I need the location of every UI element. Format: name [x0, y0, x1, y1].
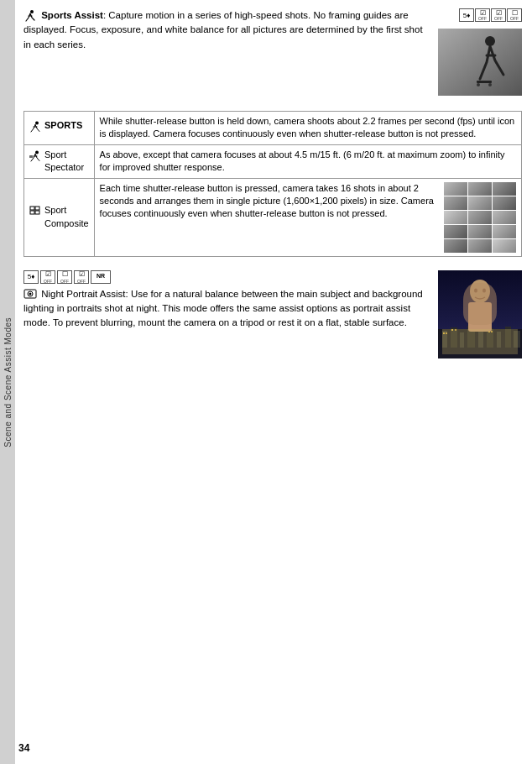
sports-top-icons: 5♦ ☑ OFF ☑ OFF ☐ OFF	[459, 8, 522, 22]
svg-rect-35	[491, 331, 493, 332]
svg-point-7	[35, 121, 39, 124]
sports-assist-bold: Sports Assist	[41, 10, 103, 20]
svg-point-8	[35, 150, 39, 154]
svg-rect-27	[514, 331, 520, 348]
svg-rect-17	[438, 270, 522, 358]
grid-cell-15	[493, 239, 516, 253]
svg-rect-31	[455, 329, 456, 331]
svg-rect-13	[35, 211, 39, 214]
svg-point-5	[477, 83, 480, 86]
night-icon-box-5: NR	[91, 270, 111, 284]
sports-label-text: SPORTS	[44, 119, 82, 132]
svg-rect-11	[35, 207, 39, 210]
spectator-row-icon	[29, 150, 41, 167]
spectator-label-cell: SportSpectator	[24, 144, 95, 178]
sports-assist-text: Sports Assist: Capture motion in a serie…	[23, 8, 431, 52]
svg-rect-26	[505, 327, 511, 348]
composite-text-area: Each time shutter-release button is pres…	[100, 182, 439, 221]
svg-point-38	[474, 288, 477, 292]
svg-rect-30	[451, 329, 453, 331]
composite-image-grid	[444, 182, 516, 253]
grid-cell-10	[444, 225, 467, 238]
icon-box-2: ☑ OFF	[475, 8, 490, 22]
svg-rect-25	[497, 332, 501, 348]
grid-cell-6	[493, 196, 516, 210]
sports-table: SPORTS While shutter-release button is h…	[23, 111, 522, 257]
svg-rect-12	[30, 211, 34, 214]
night-portrait-title-line: Night Portrait Assist: Use for a natural…	[23, 289, 423, 328]
grid-cell-13	[444, 239, 467, 253]
sports-description-cell: While shutter-release button is held dow…	[94, 112, 521, 145]
night-portrait-text: 5♦ ☑ OFF ☐ OFF ☑ OFF NR	[23, 270, 431, 331]
svg-rect-23	[478, 330, 483, 348]
svg-rect-22	[467, 326, 475, 348]
spectator-label-text: SportSpectator	[44, 149, 84, 175]
side-tab: Scene and Scene Assist Modes	[0, 0, 15, 764]
sports-assist-icon	[23, 9, 37, 23]
svg-rect-18	[438, 329, 522, 358]
grid-cell-14	[468, 239, 492, 253]
svg-rect-28	[443, 332, 445, 334]
night-portrait-section: 5♦ ☑ OFF ☐ OFF ☑ OFF NR	[23, 270, 522, 358]
composite-label-cell: SportComposite	[24, 178, 95, 256]
svg-rect-29	[446, 332, 447, 334]
icon-box-1: 5♦	[459, 8, 474, 22]
grid-cell-3	[493, 182, 516, 196]
sports-label-cell: SPORTS	[24, 112, 95, 145]
main-content: Sports Assist: Capture motion in a serie…	[15, 0, 532, 764]
svg-rect-9	[29, 155, 33, 158]
svg-rect-34	[488, 331, 490, 332]
sports-label-inner: SPORTS	[29, 119, 89, 138]
grid-cell-8	[468, 211, 492, 224]
table-row-composite: SportComposite Each time shutter-release…	[24, 178, 522, 256]
side-tab-label: Scene and Scene Assist Modes	[3, 317, 13, 447]
svg-rect-2	[438, 29, 522, 96]
svg-rect-10	[30, 207, 34, 210]
page-number: 34	[18, 742, 29, 754]
grid-cell-12	[493, 225, 516, 238]
grid-cell-11	[468, 225, 492, 238]
svg-point-3	[485, 36, 495, 46]
svg-rect-21	[460, 332, 464, 348]
night-icons-row: 5♦ ☑ OFF ☐ OFF ☑ OFF NR	[23, 270, 431, 284]
grid-cell-4	[444, 196, 467, 210]
grid-cell-9	[493, 211, 516, 224]
night-icon-box-3: ☐ OFF	[57, 270, 72, 284]
grid-cell-5	[468, 196, 492, 210]
spectator-label-inner: SportSpectator	[29, 149, 89, 175]
composite-description-cell: Each time shutter-release button is pres…	[94, 178, 521, 256]
svg-point-0	[30, 10, 34, 13]
icon-box-3: ☑ OFF	[491, 8, 506, 22]
svg-rect-19	[442, 331, 447, 348]
svg-point-6	[488, 83, 492, 86]
night-portrait-icon	[23, 288, 37, 301]
grid-cell-7	[444, 211, 467, 224]
grid-cell-1	[444, 182, 467, 196]
svg-rect-37	[468, 302, 492, 332]
night-icon-box-4: ☑ OFF	[74, 270, 89, 284]
composite-content: Each time shutter-release button is pres…	[100, 182, 516, 253]
composite-label-text: SportComposite	[44, 204, 89, 230]
page-wrapper: Scene and Scene Assist Modes Sports Assi…	[0, 0, 532, 764]
night-icon-box-1: 5♦	[23, 270, 39, 284]
composite-row-icon	[29, 206, 41, 222]
sports-action-image	[438, 29, 522, 96]
icon-box-4: ☐ OFF	[507, 8, 522, 22]
night-icon-box-2: ☑ OFF	[40, 270, 55, 284]
svg-rect-4	[477, 81, 492, 83]
sports-assist-section: Sports Assist: Capture motion in a serie…	[23, 8, 522, 96]
sports-right: 5♦ ☑ OFF ☑ OFF ☐ OFF	[438, 8, 522, 96]
table-row-sports: SPORTS While shutter-release button is h…	[24, 112, 522, 145]
composite-label-inner: SportComposite	[29, 204, 89, 230]
svg-rect-20	[451, 327, 457, 348]
night-portrait-bold: Night Portrait Assist	[41, 289, 125, 299]
sports-row-icon	[29, 121, 41, 138]
svg-rect-24	[487, 328, 493, 348]
table-row-spectator: SportSpectator As above, except that cam…	[24, 144, 522, 178]
svg-point-36	[470, 280, 490, 303]
sports-assist-title-line: Sports Assist: Capture motion in a serie…	[23, 10, 423, 50]
spectator-description-cell: As above, except that camera focuses at …	[94, 144, 521, 178]
svg-point-16	[29, 292, 32, 295]
svg-point-39	[482, 288, 486, 292]
night-portrait-image	[438, 270, 522, 358]
